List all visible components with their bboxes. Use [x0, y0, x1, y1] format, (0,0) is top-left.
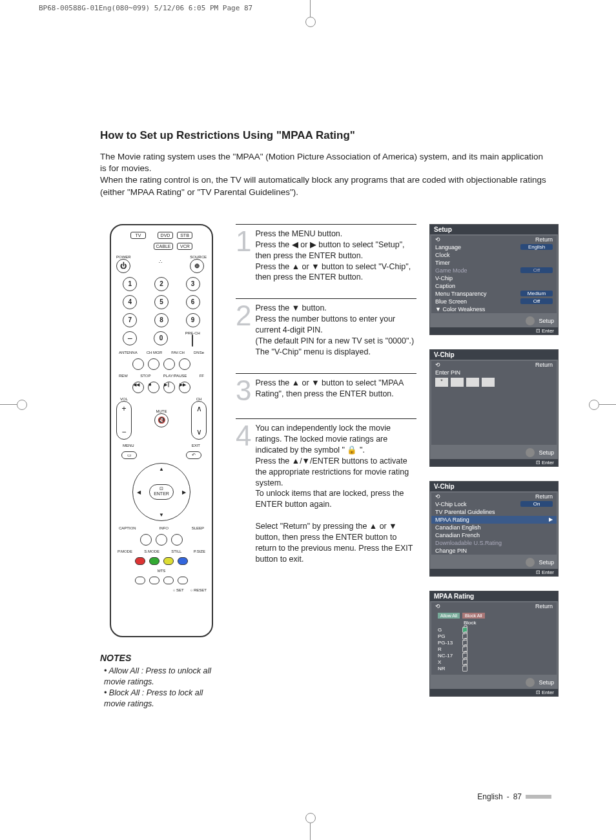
favch-label: FAV.CH [171, 351, 185, 354]
red-button [135, 557, 145, 565]
header-print-meta: BP68-00588G-01Eng(080~099) 5/12/06 6:05 … [39, 4, 252, 12]
rew-label: REW [119, 374, 128, 378]
gear-icon [526, 678, 535, 687]
menu-item: V-Chip LockOn [431, 500, 557, 508]
gear-icon [526, 558, 535, 567]
navigation-ring: ◀ ▶ ⊡ENTER [132, 463, 190, 521]
page-content: How to Set up Restrictions Using "MPAA R… [39, 32, 577, 801]
menu-item: Game ModeOff [431, 267, 557, 274]
footer-label: Setup [539, 449, 554, 456]
number-3-button: 3 [186, 277, 200, 291]
ff-button: ▶▶ [179, 382, 190, 393]
notes-heading: NOTES [100, 653, 223, 663]
sleep-label: SLEEP [192, 526, 204, 530]
return-item: Return [431, 236, 557, 243]
dash-button: − [123, 331, 137, 345]
rew-button: ◀◀ [132, 382, 144, 393]
menu-item: Downloadable U.S.Rating [431, 539, 557, 547]
notes-item: Block All : Press to lock all movie rati… [104, 688, 223, 710]
menu-item: MPAA Rating▶ [431, 516, 557, 524]
step-number: 3 [236, 378, 251, 404]
number-8-button: 8 [154, 313, 169, 327]
exit-button: ↶ [186, 451, 201, 459]
crop-mark-icon [599, 404, 616, 405]
return-item: Return [431, 602, 557, 610]
intro-paragraph: The Movie rating system uses the "MPAA" … [100, 151, 551, 198]
block-column-label: Block [438, 620, 550, 626]
menu-item: V-Chip [431, 274, 557, 282]
menu-item: Canadian English [431, 524, 557, 531]
pmode-label: P.MODE [118, 549, 132, 553]
rating-row: X [438, 659, 550, 666]
dnse-button [179, 358, 190, 370]
extra-button [178, 577, 188, 584]
notes-section: NOTES Allow All : Press to unlock all mo… [100, 653, 223, 710]
enter-hint: ⊡ Enter [430, 327, 558, 334]
number-7-button: 7 [123, 313, 137, 327]
crop-mark-icon [310, 823, 311, 840]
menu-item: Blue ScreenOff [431, 298, 557, 305]
return-item: Return [431, 493, 557, 500]
enter-hint: ⊡ Enter [430, 459, 558, 466]
info-button [156, 534, 167, 546]
dnse-label: DNSe [194, 351, 204, 354]
remote-cable-button: CABLE [154, 243, 174, 250]
footer-language: English [477, 792, 502, 801]
step-number: 2 [236, 303, 251, 357]
stop-button: ■ [148, 382, 159, 393]
play-button: ▶∥ [163, 382, 175, 393]
menu-item: ▼ Color Weakness [431, 305, 557, 313]
prech-button [192, 334, 193, 347]
extra-button [163, 577, 174, 584]
blue-button [178, 557, 188, 565]
menu-title: Setup [430, 225, 558, 234]
right-arrow-icon: ▶ [182, 489, 186, 495]
step-4: 4You can independently lock the movie ra… [236, 418, 416, 580]
remote-tv-button: TV [130, 232, 146, 239]
set-label: SET [176, 588, 184, 592]
step-body: Press the ▲ or ▼ button to select "MPAA … [255, 378, 416, 404]
remote-stb-button: STB [177, 232, 192, 239]
favch-button [163, 358, 175, 370]
left-arrow-icon: ◀ [137, 489, 141, 495]
menu-item: Canadian French [431, 531, 557, 539]
step-2: 2Press the ▼ button.Press the number but… [236, 298, 416, 373]
source-icon: ⊕ [190, 259, 204, 273]
rating-row: NR [438, 666, 550, 672]
enter-hint: ⊡ Enter [430, 569, 558, 576]
number-9-button: 9 [186, 313, 200, 327]
number-4-button: 4 [123, 295, 137, 309]
chmgr-label: CH MGR [147, 351, 162, 354]
ff-label: FF [200, 374, 204, 378]
menu-item: Clock [431, 251, 557, 259]
footer-bar-icon [526, 795, 551, 799]
remote-vcr-button: VCR [177, 243, 192, 250]
menu-title: V-Chip [430, 482, 558, 491]
vol-label: VOL [116, 397, 132, 401]
source-label: SOURCE [190, 255, 207, 259]
number-0-button: 0 [154, 331, 168, 345]
crop-mark-icon [310, 0, 311, 17]
psize-label: P.SIZE [194, 549, 205, 553]
footer-page-number: 87 [513, 792, 522, 801]
footer-label: Setup [539, 318, 554, 324]
allow-block-header: Allow AllBlock All [438, 613, 550, 619]
rating-row: PG-13 [438, 640, 550, 646]
pin-input-boxes [431, 376, 557, 388]
step-number: 4 [236, 423, 251, 564]
reset-label: RESET [194, 588, 207, 592]
exit-label: EXIT [192, 444, 200, 447]
menu-item: Timer [431, 259, 557, 267]
gear-icon [526, 316, 535, 325]
step-number: 1 [236, 229, 251, 283]
mute-icon: 🔇 [154, 413, 169, 427]
rating-row: G [438, 627, 550, 633]
vchip-pin-screenshot: V-Chip Return Enter PIN Setup ⊡ Enter [429, 349, 559, 467]
notes-item: Allow All : Press to unlock all movie ra… [104, 666, 223, 688]
step-3: 3Press the ▲ or ▼ button to select "MPAA… [236, 373, 416, 419]
return-item: Return [431, 361, 557, 369]
rating-row: PG [438, 633, 550, 640]
menu-item: Change PIN [431, 547, 557, 555]
crop-mark-icon [0, 404, 17, 405]
remote-dvd-button: DVD [158, 232, 173, 239]
